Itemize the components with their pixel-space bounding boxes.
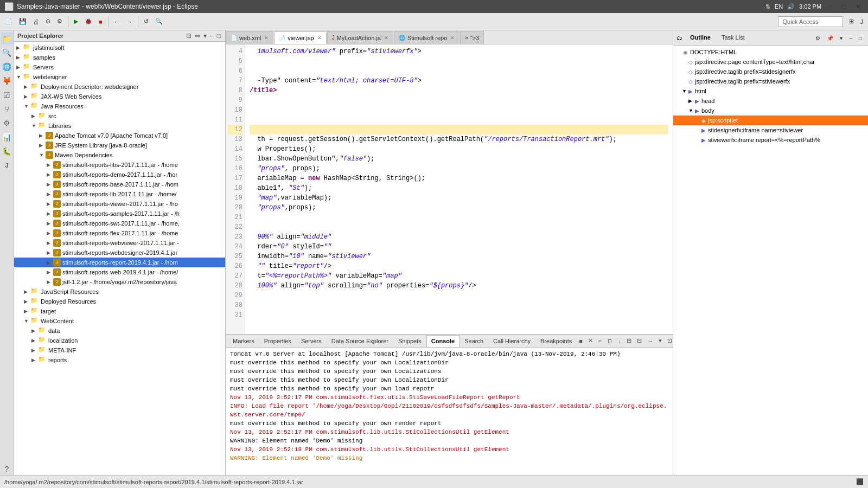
tree-item-jaxws[interactable]: ▶JAX-WS Web Services: [14, 92, 225, 101]
outline-item-stiviewer[interactable]: ▶stiviewerfx:iframe report=<%=reportPath…: [673, 135, 868, 145]
tree-item-samples[interactable]: ▶samples: [14, 53, 225, 62]
bottom-tab-datasource[interactable]: Data Source Explorer: [327, 335, 393, 347]
outline-item-taglib1[interactable]: ◇jsp:directive.taglib prefix=stidesigner…: [673, 67, 868, 76]
minimize-button[interactable]: –: [826, 1, 835, 12]
code-editor[interactable]: 4567891011121314151617181920212223242526…: [226, 44, 673, 334]
pe-link-btn[interactable]: ⇔: [194, 32, 201, 40]
search-toolbar-button[interactable]: 🔍: [152, 16, 165, 28]
bp-btn-0[interactable]: ■: [577, 337, 585, 345]
tree-item-jar2[interactable]: ▶Jstimulsoft-reports-demo-2017.1.11.jar …: [14, 170, 225, 179]
tree-item-jar5[interactable]: ▶Jstimulsoft-reports-viewer-2017.1.11.ja…: [14, 199, 225, 209]
tree-item-data[interactable]: ▶data: [14, 326, 225, 336]
tree-item-webdesigner[interactable]: ▼webdesigner: [14, 72, 225, 82]
pe-view-menu-btn[interactable]: ▾: [202, 32, 208, 40]
pe-min-btn[interactable]: –: [209, 32, 215, 40]
tree-item-reports[interactable]: ▶reports: [14, 355, 225, 365]
tree-item-localization[interactable]: ▶localization: [14, 336, 225, 345]
browser-icon-btn[interactable]: 🌐: [1, 61, 13, 73]
outline-item-scriptlet[interactable]: ◈jsp:scriptlet: [673, 115, 868, 125]
bottom-tab-breakpoints[interactable]: Breakpoints: [535, 335, 577, 347]
bp-btn-5[interactable]: ⊞: [624, 336, 634, 345]
tree-item-jar11[interactable]: ▶Jstimulsoft-reports-report-2019.4.1.jar…: [14, 258, 225, 267]
tree-item-deployment[interactable]: ▶Deployment Descriptor: webdesigner: [14, 82, 225, 92]
search-icon-btn[interactable]: 🔍: [1, 47, 13, 59]
tree-item-jar9[interactable]: ▶Jstimulsoft-reports-webviewer-2017.1.11…: [14, 238, 225, 248]
debug-button[interactable]: 🐞: [82, 16, 95, 28]
tree-item-src[interactable]: ▶src: [14, 111, 225, 121]
chart-icon-btn[interactable]: 📊: [1, 131, 13, 143]
outline-min-btn[interactable]: –: [846, 32, 855, 44]
tree-item-tomcat[interactable]: ▶JApache Tomcat v7.0 [Apache Tomcat v7.0…: [14, 131, 225, 140]
tree-item-js-resources[interactable]: ▶JavaScript Resources: [14, 287, 225, 297]
outline-pin-btn[interactable]: 📌: [824, 32, 836, 44]
tree-item-maven-deps[interactable]: ▼JMaven Dependencies: [14, 150, 225, 160]
outline-item-head[interactable]: ▶▶head: [673, 96, 868, 106]
tree-item-java-resources[interactable]: ▼Java Resources: [14, 101, 225, 111]
tree-item-jar7[interactable]: ▶Jstimulsoft-reports-swt-2017.1.11.jar -…: [14, 219, 225, 228]
run-button[interactable]: ▶: [71, 16, 81, 28]
outline-item-stidesigner[interactable]: ▶stidesignerfx:iframe name=stiviewer: [673, 125, 868, 135]
refresh-button[interactable]: ↺: [141, 16, 151, 28]
bp-btn-8[interactable]: ▾: [656, 336, 664, 345]
back-button[interactable]: ←: [111, 16, 123, 28]
bp-btn-2[interactable]: ≈: [596, 337, 604, 345]
editor-tab-web-xml[interactable]: 📄web.xml✕: [226, 31, 273, 44]
tree-item-deployed[interactable]: ▶Deployed Resources: [14, 297, 225, 306]
gear-icon-btn[interactable]: ⚙: [1, 117, 13, 129]
tree-item-jstl[interactable]: ▶Jjstl-1.2.jar - /home/yoga/.m2/reposito…: [14, 277, 225, 287]
tab-close-stimulsoft-repo[interactable]: ✕: [450, 35, 455, 41]
tree-item-jsfstimulsoft[interactable]: ▶jsfstimulsoft: [14, 43, 225, 53]
tree-item-jar12[interactable]: ▶Jstimulsoft-reports-web-2019.4.1.jar - …: [14, 267, 225, 277]
bp-btn-9[interactable]: ⊡: [665, 336, 673, 345]
tree-item-jar8[interactable]: ▶Jstimulsoft-reports-flex-2017.1.11.jar …: [14, 228, 225, 238]
bottom-tab-snippets[interactable]: Snippets: [393, 335, 426, 347]
firefox-icon-btn[interactable]: 🦊: [1, 75, 13, 87]
forward-button[interactable]: →: [124, 16, 135, 28]
bp-btn-4[interactable]: ↓: [616, 337, 624, 345]
bottom-tab-properties[interactable]: Properties: [259, 335, 296, 347]
close-button[interactable]: ✕: [853, 1, 864, 12]
bp-btn-6[interactable]: ⊟: [635, 336, 644, 345]
bottom-tab-callhierarchy[interactable]: Call Hierarchy: [488, 335, 535, 347]
task-icon-btn[interactable]: ☑: [1, 89, 13, 101]
tree-item-meta-inf[interactable]: ▶META-INF: [14, 345, 225, 355]
tab-close-viewer-jsp[interactable]: ✕: [317, 35, 322, 41]
tree-item-jar1[interactable]: ▶Jstimulsoft-reports-libs-2017.1.11.jar …: [14, 160, 225, 170]
bottom-tab-console[interactable]: Console: [426, 335, 459, 347]
outline-item-doctype[interactable]: ◉DOCTYPE:HTML: [673, 47, 868, 57]
new-button[interactable]: 📄: [2, 16, 15, 28]
outline-item-html[interactable]: ▼▶html: [673, 86, 868, 96]
help-icon-btn[interactable]: ?: [1, 463, 13, 475]
maximize-button[interactable]: □: [839, 1, 848, 12]
bp-btn-3[interactable]: 🗒: [605, 337, 615, 345]
outline-tab-outline[interactable]: Outline: [687, 33, 714, 43]
tab-close-myload[interactable]: ✕: [384, 35, 388, 41]
bottom-tab-search[interactable]: Search: [459, 335, 488, 347]
bottom-tab-servers[interactable]: Servers: [296, 335, 327, 347]
tab-close-web-xml[interactable]: ✕: [264, 35, 269, 41]
bp-btn-7[interactable]: →: [645, 337, 655, 345]
tree-item-jar6[interactable]: ▶Jstimulsoft-reports-samples-2017.1.11.j…: [14, 209, 225, 219]
tree-item-jar10[interactable]: ▶Jstimulsoft-reports-webdesigner-2019.4.…: [14, 248, 225, 258]
explorer-icon-btn[interactable]: 📁: [1, 33, 13, 44]
outline-item-taglib2[interactable]: ◇jsp:directive.taglib prefix=stiviewerfx: [673, 76, 868, 86]
pe-max-btn[interactable]: □: [216, 32, 222, 40]
debug-side-btn[interactable]: 🐛: [1, 145, 13, 157]
bottom-tab-markers[interactable]: Markers: [228, 335, 259, 347]
java-button[interactable]: J: [858, 16, 866, 28]
perspective-button[interactable]: ⊞: [846, 16, 857, 28]
pe-collapse-btn[interactable]: ⊟: [185, 32, 193, 40]
java-side-btn[interactable]: J: [1, 159, 13, 171]
print-button[interactable]: 🖨: [30, 16, 42, 28]
editor-tab-stimulsoft-repo[interactable]: 🌐Stimulsoft repo✕: [394, 31, 459, 44]
editor-tab-more[interactable]: »">3: [460, 31, 484, 44]
outline-item-body[interactable]: ▼▶body: [673, 106, 868, 115]
outline-filter-btn[interactable]: ⚙: [813, 32, 823, 44]
outline-max-btn[interactable]: □: [856, 32, 865, 44]
editor-tab-viewer-jsp[interactable]: 📄viewer.jsp✕: [274, 31, 326, 44]
tree-item-target[interactable]: ▶target: [14, 306, 225, 316]
tree-item-libraries[interactable]: ▼Libraries: [14, 121, 225, 131]
tree-item-webcontent[interactable]: ▼WebContent: [14, 316, 225, 326]
tree-item-servers[interactable]: ▶Servers: [14, 62, 225, 72]
tree-item-jre[interactable]: ▶JJRE System Library [java-8-oracle]: [14, 140, 225, 150]
